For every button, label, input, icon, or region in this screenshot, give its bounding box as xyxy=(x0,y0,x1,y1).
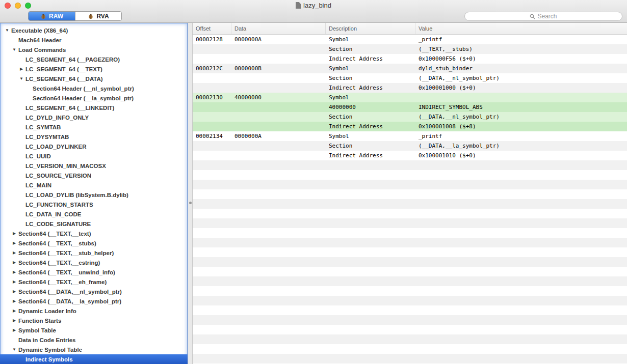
sidebar-item[interactable]: Section64 Header (__nl_symbol_ptr) xyxy=(0,83,188,93)
table-row[interactable]: Section(__TEXT,__stubs) xyxy=(193,44,627,54)
table-row[interactable]: Section(__DATA,__la_symbol_ptr) xyxy=(193,141,627,151)
cell-description xyxy=(326,315,415,325)
sidebar-item-label: LC_FUNCTION_STARTS xyxy=(25,202,93,208)
cell-offset: 00002130 xyxy=(193,93,231,102)
splitter-handle-icon[interactable] xyxy=(189,202,192,204)
disclosure-right-icon[interactable]: ▶ xyxy=(11,299,17,303)
sidebar-item-label: Section64 (__TEXT,__eh_frame) xyxy=(18,279,107,285)
cell-value xyxy=(415,170,627,180)
sidebar-item[interactable]: LC_SOURCE_VERSION xyxy=(0,171,188,180)
sidebar-item[interactable]: ▶Section64 (__DATA,__nl_symbol_ptr) xyxy=(0,287,188,296)
sidebar-item[interactable]: ▶Section64 (__DATA,__la_symbol_ptr) xyxy=(0,296,188,306)
sidebar-item[interactable]: ▶Section64 (__TEXT,__stubs) xyxy=(0,238,188,248)
sidebar-item[interactable]: LC_SEGMENT_64 (__LINKEDIT) xyxy=(0,103,188,113)
table-row[interactable]: Indirect Address0x100001000 ($+0) xyxy=(193,83,627,93)
sidebar-item[interactable]: ▶Section64 (__TEXT,__stub_helper) xyxy=(0,248,188,258)
disclosure-right-icon[interactable]: ▶ xyxy=(11,241,17,245)
sidebar-item[interactable]: LC_SYMTAB xyxy=(0,122,188,132)
disclosure-right-icon[interactable]: ▶ xyxy=(11,260,17,265)
cell-description: Indirect Address xyxy=(326,122,415,131)
sidebar-item[interactable]: ▶LC_SEGMENT_64 (__TEXT) xyxy=(0,64,188,74)
sidebar-item[interactable]: ▶Section64 (__TEXT,__text) xyxy=(0,229,188,238)
cell-description: 40000000 xyxy=(326,102,415,112)
table-row[interactable]: 000021340000000ASymbol_printf xyxy=(193,131,627,141)
table-row[interactable]: Indirect Address0x100001008 ($+8) xyxy=(193,122,627,131)
cell-offset xyxy=(193,44,231,54)
sidebar-item[interactable]: LC_DYLD_INFO_ONLY xyxy=(0,113,188,122)
disclosure-right-icon[interactable]: ▶ xyxy=(11,231,17,236)
tab-raw[interactable]: RAW xyxy=(29,12,75,20)
disclosure-down-icon[interactable]: ▼ xyxy=(18,76,24,81)
column-header-description[interactable]: Description xyxy=(326,23,415,34)
sidebar-item[interactable]: ▼Dynamic Symbol Table xyxy=(0,345,188,354)
sidebar-item[interactable]: LC_DYSYMTAB xyxy=(0,132,188,142)
sidebar-item[interactable]: Indirect Symbols xyxy=(0,354,188,364)
cell-data xyxy=(231,112,326,122)
table-row[interactable]: 0000213040000000Symbol xyxy=(193,93,627,102)
sidebar-item[interactable]: LC_SEGMENT_64 (__PAGEZERO) xyxy=(0,54,188,64)
column-header-value[interactable]: Value xyxy=(415,23,627,34)
disclosure-right-icon[interactable]: ▶ xyxy=(11,289,17,294)
table-row[interactable]: 0000212C0000000BSymboldyld_stub_binder xyxy=(193,64,627,73)
machoview-window: lazy_bind RAW RVA Search ▼Executable (X8… xyxy=(0,0,627,364)
cell-description xyxy=(326,305,415,315)
sidebar-item-label: LC_CODE_SIGNATURE xyxy=(25,221,91,227)
table-row[interactable]: 000021280000000ASymbol_printf xyxy=(193,35,627,44)
search-input[interactable]: Search xyxy=(464,12,622,21)
disclosure-right-icon[interactable]: ▶ xyxy=(18,67,24,71)
sidebar-item[interactable]: ▼Load Commands xyxy=(0,45,188,54)
sidebar-item[interactable]: ▼Executable (X86_64) xyxy=(0,25,188,35)
cell-description: Symbol xyxy=(326,35,415,44)
sidebar-item[interactable]: LC_FUNCTION_STARTS xyxy=(0,200,188,209)
cell-value: INDIRECT_SYMBOL_ABS xyxy=(415,102,627,112)
sidebar-item[interactable]: LC_LOAD_DYLINKER xyxy=(0,142,188,151)
sidebar-item[interactable]: ▶Function Starts xyxy=(0,316,188,325)
cell-offset xyxy=(193,180,231,189)
sidebar-item[interactable]: LC_CODE_SIGNATURE xyxy=(0,219,188,229)
sidebar-item[interactable]: LC_UUID xyxy=(0,151,188,161)
sidebar-item[interactable]: ▶Dynamic Loader Info xyxy=(0,306,188,316)
cell-data xyxy=(231,296,326,305)
disclosure-right-icon[interactable]: ▶ xyxy=(11,309,17,313)
table-row[interactable]: Section(__DATA,__nl_symbol_ptr) xyxy=(193,73,627,83)
disclosure-down-icon[interactable]: ▼ xyxy=(4,28,10,33)
sidebar-item[interactable]: ▼LC_SEGMENT_64 (__DATA) xyxy=(0,74,188,83)
cell-offset xyxy=(193,189,231,199)
table-row[interactable]: Indirect Address0x100001010 ($+0) xyxy=(193,151,627,160)
disclosure-right-icon[interactable]: ▶ xyxy=(11,328,17,332)
column-header-data[interactable]: Data xyxy=(231,23,326,34)
disclosure-right-icon[interactable]: ▶ xyxy=(11,318,17,323)
sidebar-item[interactable]: ▶Symbol Table xyxy=(0,325,188,335)
sidebar-item-label: Section64 (__DATA,__nl_symbol_ptr) xyxy=(18,289,122,295)
cell-value xyxy=(415,315,627,325)
disclosure-right-icon[interactable]: ▶ xyxy=(11,270,17,274)
disclosure-down-icon[interactable]: ▼ xyxy=(11,347,17,352)
cell-value: dyld_stub_binder xyxy=(415,64,627,73)
cell-description xyxy=(326,296,415,305)
sidebar-item[interactable]: Mach64 Header xyxy=(0,35,188,45)
tab-rva[interactable]: RVA xyxy=(75,12,121,20)
sidebar-item[interactable]: LC_MAIN xyxy=(0,180,188,190)
table-row[interactable]: 40000000INDIRECT_SYMBOL_ABS xyxy=(193,102,627,112)
sidebar-item[interactable]: LC_VERSION_MIN_MACOSX xyxy=(0,161,188,171)
table-body: 000021280000000ASymbol_printfSection(__T… xyxy=(193,35,627,364)
sidebar-item[interactable]: ▶Section64 (__TEXT,__eh_frame) xyxy=(0,277,188,287)
table-row[interactable]: Indirect Address0x100000F56 ($+0) xyxy=(193,54,627,64)
sidebar-item[interactable]: LC_LOAD_DYLIB (libSystem.B.dylib) xyxy=(0,190,188,200)
disclosure-down-icon[interactable]: ▼ xyxy=(11,47,17,52)
cell-description: Indirect Address xyxy=(326,151,415,160)
sidebar-item[interactable]: ▶Section64 (__TEXT,__unwind_info) xyxy=(0,267,188,277)
disclosure-right-icon[interactable]: ▶ xyxy=(11,279,17,284)
sidebar-item[interactable]: ▶Section64 (__TEXT,__cstring) xyxy=(0,258,188,267)
sidebar-item[interactable]: Section64 Header (__la_symbol_ptr) xyxy=(0,93,188,103)
cell-description xyxy=(326,257,415,267)
pane-splitter[interactable] xyxy=(188,23,193,364)
disclosure-right-icon[interactable]: ▶ xyxy=(11,250,17,255)
cell-offset xyxy=(193,354,231,363)
column-header-offset[interactable]: Offset xyxy=(193,23,231,34)
table-filler-row xyxy=(193,305,627,315)
sidebar-item-label: LC_SEGMENT_64 (__LINKEDIT) xyxy=(25,105,114,111)
sidebar-item[interactable]: Data in Code Entries xyxy=(0,335,188,345)
sidebar-item[interactable]: LC_DATA_IN_CODE xyxy=(0,209,188,219)
table-row[interactable]: Section(__DATA,__nl_symbol_ptr) xyxy=(193,112,627,122)
